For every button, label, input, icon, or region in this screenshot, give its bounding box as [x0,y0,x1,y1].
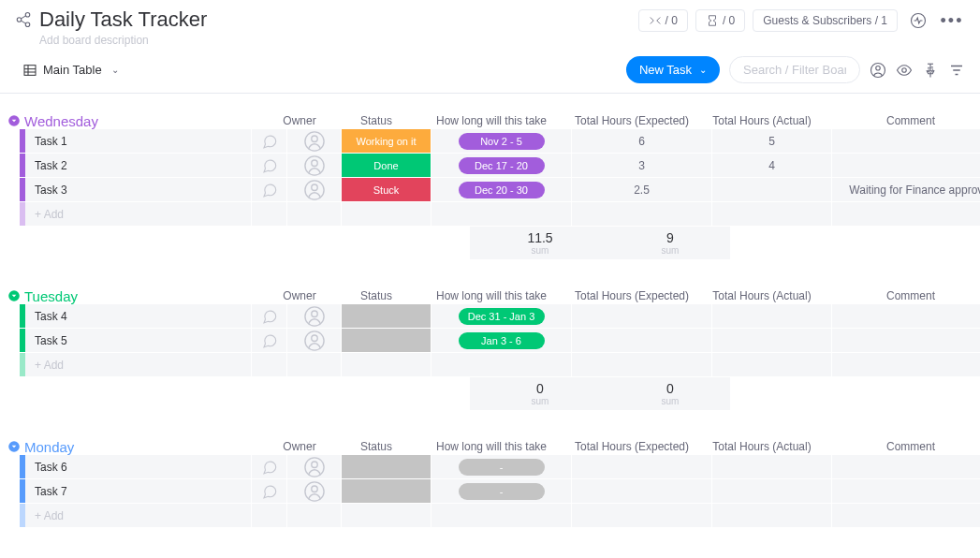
activity-icon-button[interactable] [905,7,931,34]
expected-hours-cell[interactable]: 2.5 [572,178,712,201]
task-name[interactable]: Task 7 [25,479,252,503]
group-name[interactable]: Tuesday [24,288,268,304]
group-name[interactable]: Wednesday [24,113,268,129]
owner-cell[interactable] [287,479,342,503]
expected-hours-cell[interactable] [572,455,712,478]
chevron-down-icon[interactable] [7,114,21,127]
status-cell[interactable]: Working on it [342,129,431,153]
comment-cell[interactable] [832,129,980,153]
comment-cell[interactable] [832,154,980,177]
col-expected[interactable]: Total Hours (Expected) [562,289,702,302]
status-cell[interactable]: Done [342,154,431,177]
chevron-down-icon[interactable] [7,440,21,453]
col-status[interactable]: Status [331,289,421,302]
expected-hours-cell[interactable] [572,329,712,352]
add-row[interactable]: + Add [20,504,973,528]
pin-icon[interactable] [922,62,939,79]
actual-hours-cell[interactable]: 4 [712,154,832,177]
col-status[interactable]: Status [331,440,421,453]
task-name[interactable]: Task 2 [25,154,252,177]
col-timeline[interactable]: How long will this take [421,114,562,127]
col-actual[interactable]: Total Hours (Actual) [702,114,822,127]
filter-icon[interactable] [948,62,965,79]
timeline-cell[interactable]: Dec 20 - 30 [431,178,572,201]
guests-button[interactable]: Guests & Subscribers / 1 [753,9,898,32]
owner-cell[interactable] [287,129,342,153]
col-expected[interactable]: Total Hours (Expected) [562,440,702,453]
expected-hours-cell[interactable] [572,304,712,328]
chat-button[interactable] [252,154,287,177]
search-input[interactable] [729,56,860,83]
col-expected[interactable]: Total Hours (Expected) [562,114,702,127]
timeline-cell[interactable]: - [431,479,572,503]
comment-cell[interactable]: Waiting for Finance approval [832,178,980,201]
actual-hours-cell[interactable]: 5 [712,129,832,153]
task-name[interactable]: Task 4 [25,304,252,328]
chat-button[interactable] [252,455,287,478]
task-name[interactable]: Task 6 [25,455,252,478]
chevron-down-icon[interactable] [7,289,21,302]
col-comment[interactable]: Comment [822,114,980,127]
chat-button[interactable] [252,479,287,503]
timeline-cell[interactable]: - [431,455,572,478]
actual-hours-cell[interactable] [712,479,832,503]
activity-log-button[interactable]: / 0 [695,9,745,32]
chat-button[interactable] [252,129,287,153]
owner-cell[interactable] [287,154,342,177]
person-icon[interactable] [870,62,886,79]
add-task-label[interactable]: + Add [25,504,252,527]
col-owner[interactable]: Owner [268,114,331,127]
status-cell[interactable] [342,304,431,328]
col-comment[interactable]: Comment [822,440,980,453]
col-timeline[interactable]: How long will this take [421,440,562,453]
board-description[interactable]: Add board description [39,34,638,47]
add-task-label[interactable]: + Add [25,353,252,376]
more-options-button[interactable]: ••• [939,7,965,34]
status-cell[interactable] [342,455,431,478]
timeline-cell[interactable]: Dec 17 - 20 [431,154,572,177]
timeline-cell[interactable]: Jan 3 - 6 [431,329,572,352]
col-actual[interactable]: Total Hours (Actual) [702,440,822,453]
comment-cell[interactable] [832,304,980,328]
col-owner[interactable]: Owner [268,289,331,302]
add-row[interactable]: + Add [20,202,973,227]
col-actual[interactable]: Total Hours (Actual) [702,289,822,302]
task-name[interactable]: Task 1 [25,129,252,153]
eye-icon[interactable] [896,62,913,79]
chat-button[interactable] [252,178,287,201]
comment-cell[interactable] [832,479,980,503]
actual-hours-cell[interactable] [712,178,832,201]
expected-hours-cell[interactable]: 3 [572,154,712,177]
status-cell[interactable]: Stuck [342,178,431,201]
col-comment[interactable]: Comment [822,289,980,302]
expected-hours-cell[interactable] [572,479,712,503]
actual-hours-cell[interactable] [712,329,832,352]
new-task-button[interactable]: New Task ⌄ [626,56,720,83]
actual-hours-cell[interactable] [712,304,832,328]
task-name[interactable]: Task 5 [25,329,252,352]
chat-button[interactable] [252,304,287,328]
owner-cell[interactable] [287,304,342,328]
conversations-button[interactable]: / 0 [638,9,688,32]
view-main-table[interactable]: Main Table ⌄ [15,59,126,81]
status-cell[interactable] [342,329,431,352]
actual-hours-cell[interactable] [712,455,832,478]
status-cell[interactable] [342,479,431,503]
chat-button[interactable] [252,329,287,352]
task-name[interactable]: Task 3 [25,178,252,201]
add-row[interactable]: + Add [20,353,973,377]
add-task-label[interactable]: + Add [25,202,252,226]
timeline-cell[interactable]: Nov 2 - 5 [431,129,572,153]
group-name[interactable]: Monday [24,439,268,455]
col-timeline[interactable]: How long will this take [421,289,562,302]
owner-cell[interactable] [287,455,342,478]
col-owner[interactable]: Owner [268,440,331,453]
col-status[interactable]: Status [331,114,421,127]
comment-cell[interactable] [832,329,980,352]
expected-hours-cell[interactable]: 6 [572,129,712,153]
owner-cell[interactable] [287,329,342,352]
timeline-cell[interactable]: Dec 31 - Jan 3 [431,304,572,328]
comment-cell[interactable] [832,455,980,478]
board-title[interactable]: Daily Task Tracker [39,7,207,32]
owner-cell[interactable] [287,178,342,201]
